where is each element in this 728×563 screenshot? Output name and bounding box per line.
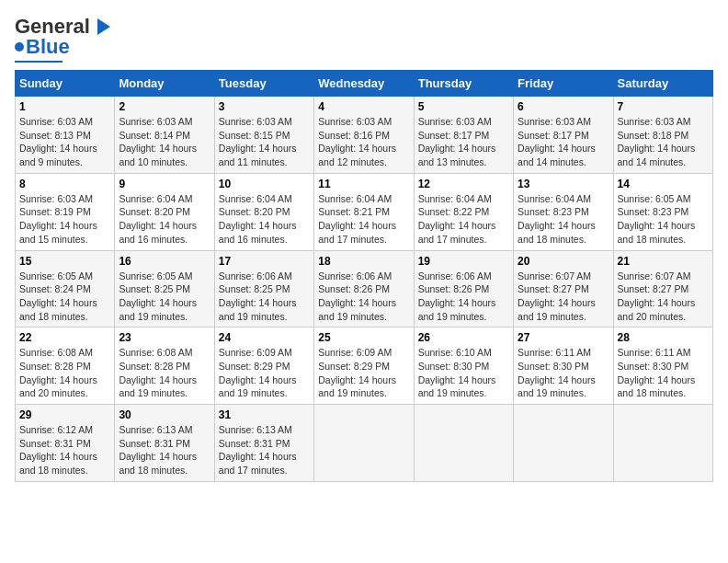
day-number: 10 [219,178,310,190]
day-info: Sunrise: 6:03 AM Sunset: 8:14 PM Dayligh… [119,115,210,169]
day-info: Sunrise: 6:07 AM Sunset: 8:27 PM Dayligh… [518,270,609,324]
day-info: Sunrise: 6:06 AM Sunset: 8:26 PM Dayligh… [418,270,509,324]
day-info: Sunrise: 6:08 AM Sunset: 8:28 PM Dayligh… [119,346,210,400]
day-number: 17 [219,255,310,268]
day-number: 24 [219,331,310,344]
day-number: 7 [618,100,709,113]
day-number: 3 [219,100,310,113]
day-info: Sunrise: 6:05 AM Sunset: 8:24 PM Dayligh… [19,270,110,324]
day-number: 31 [219,408,310,421]
calendar-cell: 12 Sunrise: 6:04 AM Sunset: 8:22 PM Dayl… [414,173,513,250]
logo-dot [15,42,24,52]
calendar-cell: 13 Sunrise: 6:04 AM Sunset: 8:23 PM Dayl… [514,173,613,250]
day-info: Sunrise: 6:12 AM Sunset: 8:31 PM Dayligh… [19,423,110,477]
day-number: 23 [119,331,210,344]
day-number: 26 [418,331,509,344]
day-info: Sunrise: 6:11 AM Sunset: 8:30 PM Dayligh… [518,346,609,400]
logo-divider [15,61,63,63]
day-info: Sunrise: 6:09 AM Sunset: 8:29 PM Dayligh… [219,346,310,400]
day-number: 28 [618,331,709,344]
calendar-cell [514,405,613,482]
day-number: 20 [518,255,609,268]
header-thursday: Thursday [414,71,513,97]
day-number: 6 [518,100,609,113]
calendar-cell: 23 Sunrise: 6:08 AM Sunset: 8:28 PM Dayl… [115,327,214,405]
day-number: 12 [418,178,509,190]
logo-blue: Blue [26,35,70,59]
calendar-cell: 1 Sunrise: 6:03 AM Sunset: 8:13 PM Dayli… [16,97,115,174]
day-info: Sunrise: 6:13 AM Sunset: 8:31 PM Dayligh… [219,423,310,477]
calendar-cell: 3 Sunrise: 6:03 AM Sunset: 8:15 PM Dayli… [214,97,313,174]
day-number: 29 [19,408,110,421]
day-number: 22 [19,331,110,344]
day-number: 9 [119,178,210,190]
header-wednesday: Wednesday [314,71,414,97]
day-info: Sunrise: 6:08 AM Sunset: 8:28 PM Dayligh… [19,346,110,400]
calendar-body: 1 Sunrise: 6:03 AM Sunset: 8:13 PM Dayli… [16,97,713,482]
day-info: Sunrise: 6:05 AM Sunset: 8:25 PM Dayligh… [119,270,210,324]
header-monday: Monday [115,71,214,97]
day-info: Sunrise: 6:03 AM Sunset: 8:16 PM Dayligh… [318,115,409,169]
day-number: 19 [418,255,509,268]
calendar-cell: 5 Sunrise: 6:03 AM Sunset: 8:17 PM Dayli… [414,97,513,174]
day-info: Sunrise: 6:05 AM Sunset: 8:23 PM Dayligh… [618,192,709,247]
calendar-cell: 21 Sunrise: 6:07 AM Sunset: 8:27 PM Dayl… [613,250,712,327]
day-info: Sunrise: 6:04 AM Sunset: 8:20 PM Dayligh… [119,192,210,247]
day-info: Sunrise: 6:13 AM Sunset: 8:31 PM Dayligh… [119,423,210,477]
day-number: 2 [119,100,210,113]
day-info: Sunrise: 6:04 AM Sunset: 8:22 PM Dayligh… [418,192,509,247]
day-number: 18 [318,255,409,268]
calendar-cell: 6 Sunrise: 6:03 AM Sunset: 8:17 PM Dayli… [514,97,613,174]
calendar-cell: 29 Sunrise: 6:12 AM Sunset: 8:31 PM Dayl… [16,405,115,482]
calendar-cell [613,405,712,482]
week-row-1: 1 Sunrise: 6:03 AM Sunset: 8:13 PM Dayli… [16,97,713,174]
day-info: Sunrise: 6:10 AM Sunset: 8:30 PM Dayligh… [418,346,509,400]
day-info: Sunrise: 6:03 AM Sunset: 8:13 PM Dayligh… [19,115,110,169]
calendar-cell: 9 Sunrise: 6:04 AM Sunset: 8:20 PM Dayli… [115,173,214,250]
day-number: 8 [19,178,110,190]
day-info: Sunrise: 6:04 AM Sunset: 8:23 PM Dayligh… [518,192,609,247]
day-info: Sunrise: 6:03 AM Sunset: 8:17 PM Dayligh… [418,115,509,169]
day-number: 13 [518,178,609,190]
calendar-cell: 30 Sunrise: 6:13 AM Sunset: 8:31 PM Dayl… [115,405,214,482]
calendar-cell: 28 Sunrise: 6:11 AM Sunset: 8:30 PM Dayl… [613,327,712,405]
calendar-cell: 17 Sunrise: 6:06 AM Sunset: 8:25 PM Dayl… [214,250,313,327]
calendar-cell: 19 Sunrise: 6:06 AM Sunset: 8:26 PM Dayl… [414,250,513,327]
day-info: Sunrise: 6:03 AM Sunset: 8:17 PM Dayligh… [518,115,609,169]
day-number: 30 [119,408,210,421]
svg-marker-0 [97,18,110,35]
calendar-cell: 26 Sunrise: 6:10 AM Sunset: 8:30 PM Dayl… [414,327,513,405]
header-tuesday: Tuesday [214,71,313,97]
calendar-cell: 18 Sunrise: 6:06 AM Sunset: 8:26 PM Dayl… [314,250,414,327]
logo-icon [92,17,112,37]
day-number: 16 [119,255,210,268]
day-info: Sunrise: 6:07 AM Sunset: 8:27 PM Dayligh… [618,270,709,324]
day-number: 4 [318,100,409,113]
header-friday: Friday [514,71,613,97]
day-info: Sunrise: 6:11 AM Sunset: 8:30 PM Dayligh… [618,346,709,400]
week-row-3: 15 Sunrise: 6:05 AM Sunset: 8:24 PM Dayl… [16,250,713,327]
week-row-5: 29 Sunrise: 6:12 AM Sunset: 8:31 PM Dayl… [16,405,713,482]
logo: General Blue [15,15,112,63]
header-saturday: Saturday [613,71,712,97]
calendar-cell: 8 Sunrise: 6:03 AM Sunset: 8:19 PM Dayli… [16,173,115,250]
calendar-cell: 20 Sunrise: 6:07 AM Sunset: 8:27 PM Dayl… [514,250,613,327]
day-number: 25 [318,331,409,344]
day-info: Sunrise: 6:04 AM Sunset: 8:21 PM Dayligh… [318,192,409,247]
week-row-4: 22 Sunrise: 6:08 AM Sunset: 8:28 PM Dayl… [16,327,713,405]
calendar-table: SundayMondayTuesdayWednesdayThursdayFrid… [15,70,713,482]
day-number: 1 [19,100,110,113]
day-info: Sunrise: 6:03 AM Sunset: 8:15 PM Dayligh… [219,115,310,169]
page-header: General Blue [15,15,713,63]
calendar-cell: 2 Sunrise: 6:03 AM Sunset: 8:14 PM Dayli… [115,97,214,174]
calendar-cell: 24 Sunrise: 6:09 AM Sunset: 8:29 PM Dayl… [214,327,313,405]
calendar-cell: 11 Sunrise: 6:04 AM Sunset: 8:21 PM Dayl… [314,173,414,250]
day-number: 11 [318,178,409,190]
calendar-cell [314,405,414,482]
day-number: 14 [618,178,709,190]
day-info: Sunrise: 6:03 AM Sunset: 8:19 PM Dayligh… [19,192,110,247]
calendar-cell: 15 Sunrise: 6:05 AM Sunset: 8:24 PM Dayl… [16,250,115,327]
day-info: Sunrise: 6:06 AM Sunset: 8:26 PM Dayligh… [318,270,409,324]
calendar-header-row: SundayMondayTuesdayWednesdayThursdayFrid… [16,71,713,97]
calendar-cell: 22 Sunrise: 6:08 AM Sunset: 8:28 PM Dayl… [16,327,115,405]
